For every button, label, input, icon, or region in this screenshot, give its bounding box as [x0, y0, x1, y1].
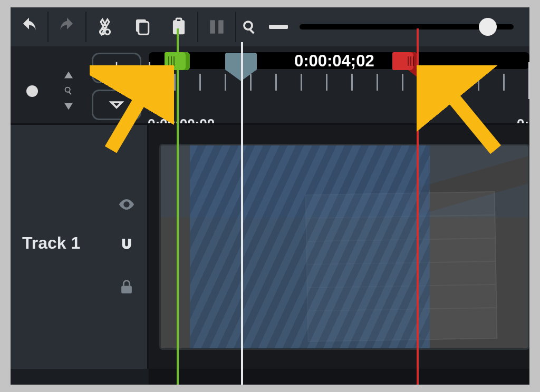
- plus-icon: [109, 60, 124, 76]
- track-header: Track 1: [11, 123, 149, 369]
- split-button[interactable]: [198, 7, 235, 46]
- track-lock-toggle[interactable]: [118, 278, 136, 298]
- svg-point-8: [65, 87, 70, 92]
- undo-button[interactable]: [11, 7, 47, 46]
- editor-canvas: 0:00:00;000:0 0:00:04;02 Track 1: [11, 7, 529, 385]
- chevron-up-icon: [64, 71, 73, 84]
- track-options-button[interactable]: [92, 90, 141, 120]
- svg-rect-9: [69, 92, 72, 95]
- chevron-down-icon: [109, 97, 124, 113]
- copy-icon: [132, 17, 152, 37]
- video-clip[interactable]: [159, 144, 529, 350]
- track-scroll-handle[interactable]: [26, 85, 38, 97]
- zoom-out-button[interactable]: [269, 25, 288, 29]
- svg-rect-3: [176, 18, 181, 22]
- ruler-left-controls: [11, 46, 149, 123]
- playhead-timecode: 0:00:04;02: [294, 52, 374, 71]
- track-visibility-toggle[interactable]: [118, 195, 136, 215]
- zoom-slider[interactable]: [300, 24, 514, 30]
- copy-button[interactable]: [123, 7, 160, 46]
- svg-rect-10: [121, 286, 132, 293]
- magnet-icon: [118, 237, 136, 254]
- horizontal-scrollbar[interactable]: [149, 369, 529, 385]
- zoom-controls: [242, 19, 529, 35]
- playhead-line: [241, 42, 243, 385]
- undo-icon: [19, 17, 39, 37]
- track-snap-toggle[interactable]: [118, 237, 136, 257]
- chevron-down-icon: [64, 97, 73, 110]
- in-marker-line: [177, 28, 179, 385]
- scissors-icon: [95, 17, 115, 37]
- toolbar-separator: [235, 12, 236, 42]
- tracks-area: Track 1: [11, 123, 529, 385]
- redo-button[interactable]: [49, 7, 85, 46]
- vertical-zoom-control[interactable]: [58, 70, 79, 112]
- add-track-button[interactable]: [92, 53, 141, 83]
- timeline-ruler-row: 0:00:00;000:0 0:00:04;02: [11, 46, 529, 123]
- cut-button[interactable]: [86, 7, 123, 46]
- track-body[interactable]: [149, 123, 529, 369]
- zoom-slider-handle[interactable]: [479, 18, 497, 36]
- track-name-label: Track 1: [22, 233, 80, 253]
- selection-range-overlay: [190, 145, 430, 348]
- out-marker[interactable]: [392, 52, 418, 70]
- lock-icon: [118, 278, 136, 296]
- split-icon: [207, 17, 227, 37]
- svg-rect-5: [218, 20, 224, 33]
- timeline-ruler[interactable]: 0:00:00;000:0 0:00:04;02: [149, 46, 529, 123]
- clipboard-icon: [169, 17, 189, 37]
- top-toolbar: [11, 7, 529, 46]
- svg-point-6: [244, 22, 252, 30]
- svg-rect-4: [210, 20, 215, 33]
- svg-rect-7: [249, 29, 255, 34]
- paste-button[interactable]: [160, 7, 197, 46]
- eye-icon: [118, 195, 136, 213]
- search-icon[interactable]: [242, 19, 257, 35]
- svg-rect-1: [139, 22, 149, 35]
- out-marker-line: [417, 28, 419, 385]
- magnifier-icon: [63, 85, 74, 96]
- redo-icon: [57, 17, 77, 37]
